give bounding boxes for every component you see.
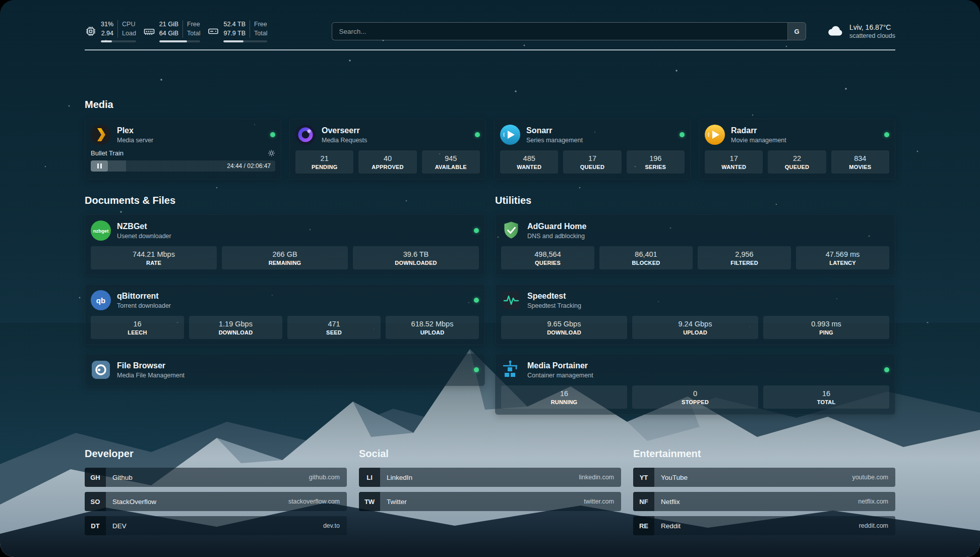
stat-box: 16 TOTAL	[763, 385, 889, 409]
bookmark-youtube[interactable]: YT YouTube youtube.com	[633, 468, 895, 487]
stat-box: 266 GB REMAINING	[222, 246, 348, 269]
bookmark-reddit[interactable]: RE Reddit reddit.com	[633, 516, 895, 535]
disk-free-value: 52.4 TB	[223, 20, 246, 29]
stat-box: 9.65 Gbps DOWNLOAD	[501, 316, 627, 339]
bookmark-url: twitter.com	[584, 498, 614, 505]
stats-row: 21 PENDING 40 APPROVED 945 AVAILABLE	[295, 150, 480, 174]
bookmark-github[interactable]: GH Github github.com	[85, 468, 347, 487]
stat-label: LEECH	[93, 329, 182, 336]
stat-box: 16 LEECH	[91, 316, 184, 339]
stats-row: 16 RUNNING 0 STOPPED 16 TOTAL	[501, 385, 889, 409]
stat-value: 618.52 Mbps	[388, 320, 477, 328]
stat-value: 834	[833, 154, 887, 162]
stat-label: AVAILABLE	[424, 164, 478, 170]
bookmark-abbr: GH	[85, 468, 106, 487]
seek-bar[interactable]: 24:44 / 02:06:47	[91, 160, 275, 172]
section-title-utilities: Utilities	[495, 195, 895, 206]
portainer-icon	[501, 360, 521, 380]
bookmark-abbr: NF	[633, 492, 654, 511]
pause-button[interactable]	[91, 160, 108, 172]
stat-value: 498,564	[503, 250, 592, 258]
service-card-adguard[interactable]: AdGuard Home DNS and adblocking 498,564 …	[495, 214, 895, 275]
stat-value: 16	[93, 320, 182, 328]
stat-label: WANTED	[707, 164, 761, 170]
stat-value: 485	[502, 154, 556, 162]
top-bar: 31% 2.94 CPU Load	[85, 18, 895, 44]
service-card-plex[interactable]: Plex Media server Bullet Train	[85, 119, 281, 180]
stat-value: 9.65 Gbps	[503, 320, 625, 328]
bookmark-url: netflix.com	[858, 498, 888, 505]
search-input[interactable]	[332, 23, 787, 40]
service-card-nzbget[interactable]: nzbget NZBGet Usenet downloader 74	[85, 214, 485, 275]
bookmark-url: reddit.com	[859, 522, 888, 529]
service-subtitle: Series management	[526, 137, 583, 144]
stat-value: 945	[424, 154, 478, 162]
bookmarks-developer: Developer GH Github github.com SO StackO…	[85, 448, 347, 540]
status-dot	[474, 298, 479, 303]
section-title-entertainment: Entertainment	[633, 448, 895, 460]
stat-value: 16	[765, 389, 887, 398]
service-subtitle: Torrent downloader	[117, 302, 171, 309]
memory-progress-fill	[159, 40, 187, 42]
gear-icon[interactable]	[268, 149, 275, 157]
service-card-overseerr[interactable]: Overseerr Media Requests 21 PENDING 40 A…	[289, 119, 486, 180]
stat-box: 0 STOPPED	[632, 385, 758, 409]
stat-label: LATENCY	[798, 260, 887, 266]
bookmark-stackoverflow[interactable]: SO StackOverflow stackoverflow.com	[85, 492, 347, 511]
bookmark-twitter[interactable]: TW Twitter twitter.com	[359, 492, 621, 511]
service-card-portainer[interactable]: Media Portainer Container management 16 …	[495, 354, 895, 415]
service-title: qBittorrent	[117, 292, 171, 301]
section-title-developer: Developer	[85, 448, 347, 460]
stat-label: UPLOAD	[634, 329, 756, 336]
adguard-icon	[501, 220, 521, 241]
bookmark-abbr: YT	[633, 468, 654, 487]
status-dot	[474, 228, 479, 233]
stat-box: 618.52 Mbps UPLOAD	[386, 316, 479, 339]
stat-label: WANTED	[502, 164, 556, 170]
stat-box: 744.21 Mbps RATE	[91, 246, 217, 269]
stat-value: 21	[297, 154, 351, 162]
stat-label: BLOCKED	[601, 260, 691, 266]
overseerr-icon	[295, 125, 316, 145]
bookmarks-entertainment: Entertainment YT YouTube youtube.com NF …	[633, 448, 895, 540]
weather-condition: scattered clouds	[849, 32, 895, 39]
system-widgets: 31% 2.94 CPU Load	[85, 20, 267, 42]
stat-value: 17	[565, 154, 619, 162]
cpu-load-value: 2.94	[101, 29, 113, 38]
service-card-radarr[interactable]: Radarr Movie management 17 WANTED 22 QUE…	[699, 119, 895, 180]
media-cards-row: Plex Media server Bullet Train	[85, 119, 895, 180]
stat-label: DOWNLOADED	[355, 260, 477, 266]
memory-total-label: Total	[187, 29, 200, 38]
bookmark-abbr: TW	[359, 492, 380, 511]
stat-value: 16	[503, 389, 625, 398]
status-dot	[884, 367, 889, 372]
bookmark-dev[interactable]: DT DEV dev.to	[85, 516, 347, 535]
cpu-progress-fill	[101, 40, 112, 42]
now-playing-title: Bullet Train	[91, 149, 124, 157]
stat-box: 2,956 FILTERED	[698, 246, 791, 269]
bookmark-linkedin[interactable]: LI LinkedIn linkedin.com	[359, 468, 621, 487]
stat-label: QUERIES	[503, 260, 592, 266]
disk-total-label: Total	[254, 29, 267, 38]
sonarr-icon	[500, 125, 520, 145]
service-card-qbittorrent[interactable]: qb qBittorrent Torrent downloader	[85, 284, 485, 345]
stat-label: RUNNING	[503, 399, 625, 405]
stat-value: 39.6 TB	[355, 250, 477, 258]
service-title: Sonarr	[526, 126, 583, 135]
disk-free-label: Free	[254, 20, 267, 29]
search-provider-button[interactable]: G	[787, 23, 806, 40]
service-title: Speedtest	[527, 292, 581, 301]
stat-label: QUEUED	[565, 164, 619, 170]
stat-box: 485 WANTED	[500, 150, 558, 174]
service-card-filebrowser[interactable]: File Browser Media File Management	[85, 354, 485, 386]
stat-label: APPROVED	[360, 164, 414, 170]
qbittorrent-icon: qb	[91, 290, 111, 310]
service-card-sonarr[interactable]: Sonarr Series management 485 WANTED 17 Q…	[494, 119, 691, 180]
stat-value: 9.24 Gbps	[634, 320, 756, 328]
bookmark-netflix[interactable]: NF Netflix netflix.com	[633, 492, 895, 511]
nzbget-icon: nzbget	[91, 220, 111, 241]
memory-total-value: 64 GiB	[159, 29, 178, 38]
service-card-speedtest[interactable]: Speedtest Speedtest Tracking 9.65 Gbps D…	[495, 284, 895, 345]
stat-value: 0.993 ms	[765, 320, 887, 328]
stat-value: 196	[629, 154, 683, 162]
